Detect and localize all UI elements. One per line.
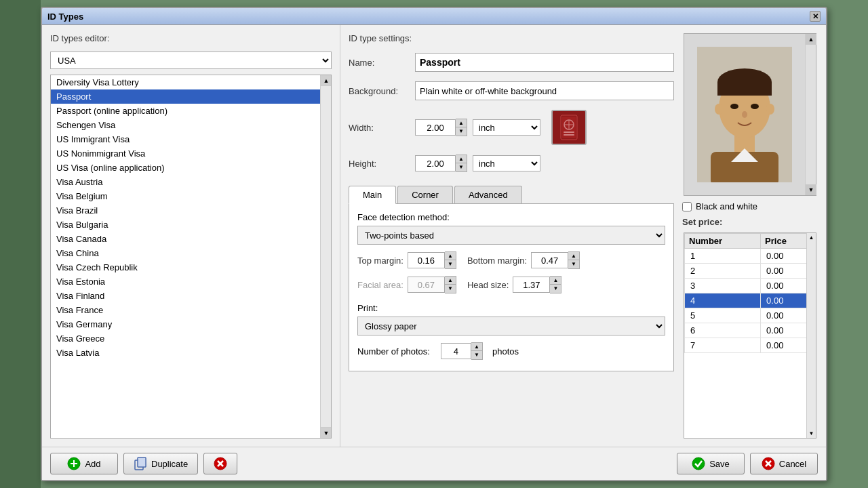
- num-photos-input[interactable]: [441, 343, 471, 359]
- height-unit-select[interactable]: inch cm: [473, 155, 540, 171]
- head-size-up-btn[interactable]: ▲: [550, 277, 561, 285]
- top-margin-down-btn[interactable]: ▼: [445, 260, 456, 268]
- list-item[interactable]: Visa France: [51, 303, 331, 317]
- face-detect-row: Face detection method: Two-points based: [357, 212, 665, 245]
- head-size-down-btn[interactable]: ▼: [550, 285, 561, 293]
- bottom-margin-up-btn[interactable]: ▲: [568, 252, 579, 260]
- height-down-btn[interactable]: ▼: [456, 163, 467, 171]
- list-item[interactable]: US Nonimmigrant Visa: [51, 146, 331, 161]
- bottom-margin-down-btn[interactable]: ▼: [568, 260, 579, 268]
- close-icon[interactable]: ✕: [810, 11, 821, 22]
- num-photos-up-btn[interactable]: ▲: [471, 343, 482, 351]
- price-row[interactable]: 60.00: [685, 323, 816, 338]
- width-label: Width:: [349, 123, 410, 133]
- list-item[interactable]: Visa Brazil: [51, 203, 331, 218]
- scroll-up-btn[interactable]: ▲: [321, 75, 332, 86]
- price-row[interactable]: 50.00: [685, 308, 816, 323]
- id-type-list: Diversity Visa LotteryPassportPassport (…: [50, 75, 332, 439]
- height-input[interactable]: [415, 155, 456, 171]
- width-spinner-btns[interactable]: ▲ ▼: [456, 119, 467, 136]
- list-item[interactable]: Visa Finland: [51, 289, 331, 303]
- preview-scroll-down[interactable]: ▼: [806, 184, 816, 195]
- face-detect-select[interactable]: Two-points based: [357, 226, 665, 245]
- list-item[interactable]: Passport: [51, 89, 331, 104]
- list-item[interactable]: Schengen Visa: [51, 118, 331, 132]
- height-spinner-btns[interactable]: ▲ ▼: [456, 155, 467, 172]
- width-up-btn[interactable]: ▲: [456, 119, 467, 127]
- price-row[interactable]: 70.00: [685, 338, 816, 353]
- facial-area-input[interactable]: [408, 277, 445, 293]
- delete-button[interactable]: [203, 453, 237, 474]
- list-item[interactable]: Visa Austria: [51, 175, 331, 189]
- price-row[interactable]: 30.00: [685, 279, 816, 293]
- price-number: 4: [685, 293, 761, 308]
- head-size-spinner: ▲ ▼: [513, 276, 561, 293]
- price-row[interactable]: 40.00: [685, 293, 816, 308]
- facial-area-down-btn[interactable]: ▼: [445, 285, 456, 293]
- price-scrollbar[interactable]: ▲ ▼: [806, 233, 816, 438]
- duplicate-button[interactable]: Duplicate: [123, 453, 198, 474]
- facial-area-spinner-btns[interactable]: ▲ ▼: [445, 276, 456, 293]
- tab-advanced[interactable]: Advanced: [454, 186, 522, 203]
- height-row: Height: ▲ ▼ inch cm: [349, 155, 674, 172]
- duplicate-icon: [134, 457, 147, 470]
- add-button[interactable]: Add: [50, 453, 118, 474]
- price-scroll-up[interactable]: ▲: [807, 233, 816, 241]
- width-unit-select[interactable]: inch cm: [473, 119, 540, 136]
- head-size-spinner-btns[interactable]: ▲ ▼: [550, 276, 561, 293]
- tab-corner[interactable]: Corner: [397, 186, 453, 203]
- price-number: 5: [685, 308, 761, 323]
- top-margin-spinner-btns[interactable]: ▲ ▼: [445, 251, 456, 269]
- list-item[interactable]: Visa Czech Republik: [51, 260, 331, 274]
- list-item[interactable]: US Visa (online application): [51, 161, 331, 175]
- list-item[interactable]: Passport (online application): [51, 104, 331, 118]
- preview-scrollbar[interactable]: ▲ ▼: [805, 34, 816, 195]
- price-number: 1: [685, 249, 761, 264]
- price-row[interactable]: 20.00: [685, 264, 816, 279]
- list-item[interactable]: Visa Canada: [51, 232, 331, 246]
- print-label: Print:: [357, 303, 665, 313]
- person-image: [697, 47, 792, 182]
- list-item[interactable]: Visa Greece: [51, 331, 331, 346]
- list-item[interactable]: US Immigrant Visa: [51, 132, 331, 146]
- facial-area-up-btn[interactable]: ▲: [445, 277, 456, 285]
- width-input[interactable]: [415, 119, 456, 136]
- bottom-margin-label: Bottom margin:: [467, 256, 527, 266]
- background-input[interactable]: [415, 81, 674, 100]
- price-row[interactable]: 10.00: [685, 249, 816, 264]
- head-size-input[interactable]: [513, 277, 550, 293]
- width-down-btn[interactable]: ▼: [456, 127, 467, 136]
- name-input[interactable]: [415, 53, 674, 72]
- list-item[interactable]: Visa Bulgaria: [51, 218, 331, 232]
- list-item[interactable]: Visa Belgium: [51, 189, 331, 203]
- svg-rect-6: [564, 134, 574, 136]
- preview-scroll-up[interactable]: ▲: [806, 34, 816, 45]
- list-item[interactable]: Visa Estonia: [51, 274, 331, 289]
- price-number: 3: [685, 279, 761, 293]
- top-margin-up-btn[interactable]: ▲: [445, 252, 456, 260]
- height-up-btn[interactable]: ▲: [456, 155, 467, 163]
- list-item[interactable]: Diversity Visa Lottery: [51, 75, 331, 89]
- scroll-down-btn[interactable]: ▼: [321, 427, 332, 438]
- print-select[interactable]: Glossy paper: [357, 317, 665, 336]
- bottom-margin-input[interactable]: [531, 252, 568, 268]
- print-row: Print: Glossy paper: [357, 303, 665, 336]
- list-item[interactable]: Visa Germany: [51, 317, 331, 331]
- save-button[interactable]: Save: [677, 453, 745, 474]
- dialog-footer: Add Duplicate Save: [42, 447, 826, 480]
- country-select[interactable]: USA: [50, 52, 332, 69]
- num-photos-down-btn[interactable]: ▼: [471, 351, 482, 359]
- list-scrollbar[interactable]: ▲ ▼: [320, 75, 331, 438]
- top-margin-input[interactable]: [408, 252, 445, 268]
- price-scroll-down[interactable]: ▼: [807, 430, 816, 438]
- bw-checkbox[interactable]: [682, 202, 692, 211]
- cancel-button[interactable]: Cancel: [750, 453, 818, 474]
- passport-icon[interactable]: [551, 110, 587, 145]
- bottom-margin-spinner-btns[interactable]: ▲ ▼: [568, 251, 580, 269]
- svg-point-16: [742, 111, 747, 118]
- list-item[interactable]: Visa China: [51, 246, 331, 260]
- list-item[interactable]: Visa Latvia: [51, 346, 331, 360]
- tab-main[interactable]: Main: [349, 186, 396, 204]
- num-photos-spinner-btns[interactable]: ▲ ▼: [471, 342, 483, 360]
- head-size-label: Head size:: [467, 280, 509, 290]
